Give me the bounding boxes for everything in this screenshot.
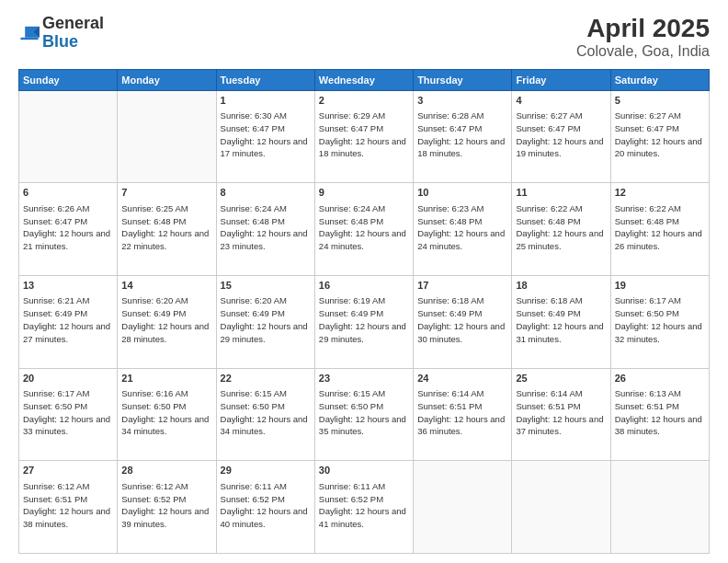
col-header-saturday: Saturday bbox=[610, 69, 709, 90]
calendar-day-cell: 12Sunrise: 6:22 AM Sunset: 6:48 PM Dayli… bbox=[610, 183, 709, 276]
day-number: 2 bbox=[319, 94, 409, 108]
calendar-day-cell: 6Sunrise: 6:26 AM Sunset: 6:47 PM Daylig… bbox=[19, 183, 118, 276]
calendar-week-row: 6Sunrise: 6:26 AM Sunset: 6:47 PM Daylig… bbox=[19, 183, 710, 276]
page: General Blue April 2025 Colovale, Goa, I… bbox=[0, 0, 728, 563]
calendar-day-cell: 30Sunrise: 6:11 AM Sunset: 6:52 PM Dayli… bbox=[314, 461, 413, 554]
day-info: Sunrise: 6:20 AM Sunset: 6:49 PM Dayligh… bbox=[121, 294, 211, 345]
day-info: Sunrise: 6:11 AM Sunset: 6:52 PM Dayligh… bbox=[319, 480, 409, 531]
calendar-day-cell bbox=[414, 461, 512, 554]
calendar-day-cell: 20Sunrise: 6:17 AM Sunset: 6:50 PM Dayli… bbox=[19, 368, 118, 461]
day-info: Sunrise: 6:25 AM Sunset: 6:48 PM Dayligh… bbox=[121, 202, 211, 253]
page-title: April 2025 bbox=[576, 15, 710, 43]
day-number: 23 bbox=[319, 372, 409, 385]
day-number: 18 bbox=[516, 279, 606, 293]
day-number: 27 bbox=[23, 464, 113, 477]
calendar-week-row: 13Sunrise: 6:21 AM Sunset: 6:49 PM Dayli… bbox=[19, 276, 710, 369]
day-info: Sunrise: 6:27 AM Sunset: 6:47 PM Dayligh… bbox=[615, 109, 705, 160]
calendar-day-cell: 21Sunrise: 6:16 AM Sunset: 6:50 PM Dayli… bbox=[118, 368, 216, 461]
day-number: 13 bbox=[23, 279, 113, 293]
calendar-day-cell bbox=[512, 461, 610, 554]
day-info: Sunrise: 6:18 AM Sunset: 6:49 PM Dayligh… bbox=[516, 294, 606, 345]
day-number: 24 bbox=[417, 372, 507, 385]
day-info: Sunrise: 6:18 AM Sunset: 6:49 PM Dayligh… bbox=[417, 294, 507, 345]
col-header-sunday: Sunday bbox=[19, 69, 118, 90]
calendar-day-cell: 29Sunrise: 6:11 AM Sunset: 6:52 PM Dayli… bbox=[216, 461, 314, 554]
calendar-day-cell: 9Sunrise: 6:24 AM Sunset: 6:48 PM Daylig… bbox=[314, 183, 413, 276]
day-info: Sunrise: 6:12 AM Sunset: 6:52 PM Dayligh… bbox=[121, 480, 211, 531]
day-number: 25 bbox=[516, 372, 606, 385]
calendar-day-cell: 4Sunrise: 6:27 AM Sunset: 6:47 PM Daylig… bbox=[512, 90, 610, 183]
calendar-week-row: 20Sunrise: 6:17 AM Sunset: 6:50 PM Dayli… bbox=[19, 368, 710, 461]
calendar-day-cell: 28Sunrise: 6:12 AM Sunset: 6:52 PM Dayli… bbox=[118, 461, 216, 554]
day-info: Sunrise: 6:17 AM Sunset: 6:50 PM Dayligh… bbox=[615, 294, 705, 345]
day-number: 6 bbox=[23, 186, 113, 200]
calendar-day-cell: 5Sunrise: 6:27 AM Sunset: 6:47 PM Daylig… bbox=[610, 90, 709, 183]
calendar-day-cell bbox=[118, 90, 216, 183]
day-info: Sunrise: 6:26 AM Sunset: 6:47 PM Dayligh… bbox=[23, 202, 113, 253]
day-info: Sunrise: 6:27 AM Sunset: 6:47 PM Dayligh… bbox=[516, 109, 606, 160]
col-header-wednesday: Wednesday bbox=[314, 69, 413, 90]
calendar-day-cell bbox=[610, 461, 709, 554]
day-number: 29 bbox=[221, 464, 311, 477]
day-number: 1 bbox=[221, 94, 311, 108]
day-info: Sunrise: 6:17 AM Sunset: 6:50 PM Dayligh… bbox=[23, 387, 113, 438]
logo-icon bbox=[18, 22, 40, 44]
col-header-thursday: Thursday bbox=[414, 69, 512, 90]
calendar-day-cell: 27Sunrise: 6:12 AM Sunset: 6:51 PM Dayli… bbox=[19, 461, 118, 554]
calendar-day-cell: 17Sunrise: 6:18 AM Sunset: 6:49 PM Dayli… bbox=[414, 276, 512, 369]
day-info: Sunrise: 6:24 AM Sunset: 6:48 PM Dayligh… bbox=[319, 202, 409, 253]
calendar-day-cell: 11Sunrise: 6:22 AM Sunset: 6:48 PM Dayli… bbox=[512, 183, 610, 276]
day-info: Sunrise: 6:11 AM Sunset: 6:52 PM Dayligh… bbox=[221, 480, 311, 531]
day-info: Sunrise: 6:19 AM Sunset: 6:49 PM Dayligh… bbox=[319, 294, 409, 345]
day-number: 28 bbox=[121, 464, 211, 477]
day-info: Sunrise: 6:28 AM Sunset: 6:47 PM Dayligh… bbox=[417, 109, 507, 160]
calendar-day-cell: 16Sunrise: 6:19 AM Sunset: 6:49 PM Dayli… bbox=[314, 276, 413, 369]
day-number: 10 bbox=[417, 186, 507, 200]
day-number: 30 bbox=[319, 464, 409, 477]
calendar-day-cell: 23Sunrise: 6:15 AM Sunset: 6:50 PM Dayli… bbox=[314, 368, 413, 461]
col-header-monday: Monday bbox=[118, 69, 216, 90]
day-info: Sunrise: 6:14 AM Sunset: 6:51 PM Dayligh… bbox=[516, 387, 606, 438]
calendar-day-cell: 13Sunrise: 6:21 AM Sunset: 6:49 PM Dayli… bbox=[19, 276, 118, 369]
calendar-day-cell: 26Sunrise: 6:13 AM Sunset: 6:51 PM Dayli… bbox=[610, 368, 709, 461]
calendar-day-cell: 22Sunrise: 6:15 AM Sunset: 6:50 PM Dayli… bbox=[216, 368, 314, 461]
day-number: 26 bbox=[615, 372, 705, 385]
header: General Blue April 2025 Colovale, Goa, I… bbox=[18, 15, 710, 60]
day-number: 12 bbox=[615, 186, 705, 200]
col-header-tuesday: Tuesday bbox=[216, 69, 314, 90]
calendar-day-cell: 18Sunrise: 6:18 AM Sunset: 6:49 PM Dayli… bbox=[512, 276, 610, 369]
day-number: 15 bbox=[221, 279, 311, 293]
logo-general: General bbox=[42, 14, 104, 32]
day-info: Sunrise: 6:12 AM Sunset: 6:51 PM Dayligh… bbox=[23, 480, 113, 531]
col-header-friday: Friday bbox=[512, 69, 610, 90]
day-info: Sunrise: 6:20 AM Sunset: 6:49 PM Dayligh… bbox=[221, 294, 311, 345]
day-number: 22 bbox=[221, 372, 311, 385]
day-number: 19 bbox=[615, 279, 705, 293]
calendar-day-cell: 19Sunrise: 6:17 AM Sunset: 6:50 PM Dayli… bbox=[610, 276, 709, 369]
day-number: 16 bbox=[319, 279, 409, 293]
calendar-day-cell: 1Sunrise: 6:30 AM Sunset: 6:47 PM Daylig… bbox=[216, 90, 314, 183]
day-number: 21 bbox=[121, 372, 211, 385]
calendar-day-cell: 15Sunrise: 6:20 AM Sunset: 6:49 PM Dayli… bbox=[216, 276, 314, 369]
day-info: Sunrise: 6:14 AM Sunset: 6:51 PM Dayligh… bbox=[417, 387, 507, 438]
logo-text: General Blue bbox=[42, 15, 104, 52]
day-number: 20 bbox=[23, 372, 113, 385]
day-info: Sunrise: 6:21 AM Sunset: 6:49 PM Dayligh… bbox=[23, 294, 113, 345]
day-info: Sunrise: 6:30 AM Sunset: 6:47 PM Dayligh… bbox=[221, 109, 311, 160]
day-info: Sunrise: 6:22 AM Sunset: 6:48 PM Dayligh… bbox=[615, 202, 705, 253]
day-number: 9 bbox=[319, 186, 409, 200]
day-number: 17 bbox=[417, 279, 507, 293]
calendar-day-cell: 10Sunrise: 6:23 AM Sunset: 6:48 PM Dayli… bbox=[414, 183, 512, 276]
calendar-week-row: 1Sunrise: 6:30 AM Sunset: 6:47 PM Daylig… bbox=[19, 90, 710, 183]
calendar-table: SundayMondayTuesdayWednesdayThursdayFrid… bbox=[18, 69, 710, 554]
day-info: Sunrise: 6:22 AM Sunset: 6:48 PM Dayligh… bbox=[516, 202, 606, 253]
day-number: 5 bbox=[615, 94, 705, 108]
title-block: April 2025 Colovale, Goa, India bbox=[576, 15, 710, 60]
calendar-day-cell: 24Sunrise: 6:14 AM Sunset: 6:51 PM Dayli… bbox=[414, 368, 512, 461]
day-info: Sunrise: 6:23 AM Sunset: 6:48 PM Dayligh… bbox=[417, 202, 507, 253]
day-number: 4 bbox=[516, 94, 606, 108]
day-info: Sunrise: 6:13 AM Sunset: 6:51 PM Dayligh… bbox=[615, 387, 705, 438]
day-info: Sunrise: 6:24 AM Sunset: 6:48 PM Dayligh… bbox=[221, 202, 311, 253]
calendar-day-cell: 14Sunrise: 6:20 AM Sunset: 6:49 PM Dayli… bbox=[118, 276, 216, 369]
calendar-day-cell bbox=[19, 90, 118, 183]
